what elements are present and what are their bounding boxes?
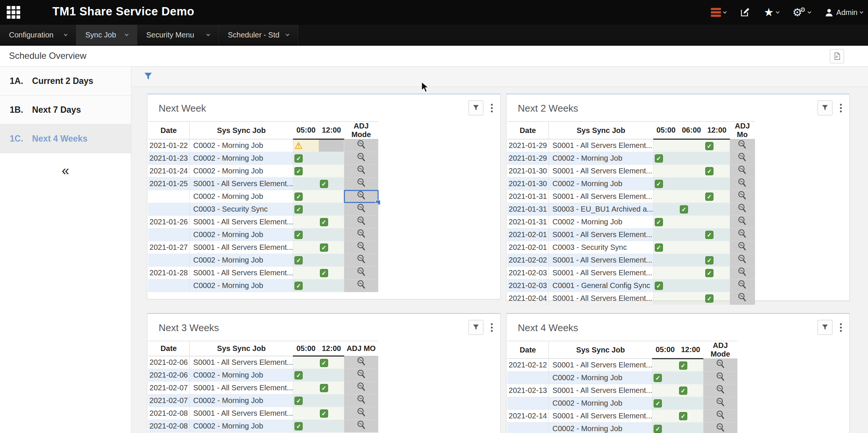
- scheduled-check-icon[interactable]: ✓: [294, 167, 303, 175]
- adj-mode-cell[interactable]: [344, 139, 378, 152]
- adj-mode-cell[interactable]: [344, 420, 378, 433]
- sidebar-collapse-icon[interactable]: «: [0, 163, 131, 179]
- scheduled-check-icon[interactable]: ✓: [294, 205, 303, 214]
- panel-filter-button[interactable]: [468, 320, 483, 335]
- user-menu[interactable]: Admin: [824, 7, 863, 17]
- scheduled-check-icon[interactable]: ✓: [654, 374, 662, 382]
- adj-mode-cell[interactable]: [703, 410, 737, 423]
- settings-gears-icon[interactable]: ⚙ ⚙: [792, 7, 811, 18]
- filter-funnel-icon[interactable]: [143, 72, 153, 83]
- sidebar-item-next-4-weeks[interactable]: 1C. Next 4 Weeks: [0, 124, 131, 153]
- sidebar-item-current-2-days[interactable]: 1A. Current 2 Days: [0, 67, 131, 96]
- panel-menu-kebab-icon[interactable]: [838, 102, 843, 114]
- scheduled-check-icon[interactable]: ✓: [320, 384, 328, 392]
- scheduled-check-icon[interactable]: ✓: [294, 422, 303, 430]
- panel-filter-button[interactable]: [817, 320, 832, 335]
- warning-icon[interactable]: ⚠: [294, 140, 303, 151]
- adj-mode-cell[interactable]: [730, 165, 755, 178]
- adj-mode-cell[interactable]: [344, 152, 378, 165]
- adj-mode-cell[interactable]: [344, 178, 378, 190]
- scheduled-check-icon[interactable]: ✓: [679, 412, 687, 420]
- adj-mode-cell[interactable]: [344, 241, 378, 254]
- scheduled-check-icon[interactable]: ✓: [654, 425, 662, 433]
- edit-icon[interactable]: [740, 7, 750, 18]
- adj-mode-cell[interactable]: [730, 190, 755, 203]
- scheduled-check-icon[interactable]: ✓: [294, 154, 303, 163]
- scheduled-check-icon[interactable]: ✓: [679, 387, 687, 395]
- adj-mode-cell[interactable]: [344, 216, 378, 228]
- adj-mode-cell[interactable]: [730, 228, 755, 241]
- scheduled-check-icon[interactable]: ✓: [294, 397, 303, 405]
- adj-mode-cell[interactable]: [344, 254, 378, 267]
- scheduled-check-icon[interactable]: ✓: [320, 180, 328, 188]
- favorites-star-icon[interactable]: ★: [764, 7, 779, 18]
- scheduled-check-icon[interactable]: ✓: [320, 218, 328, 226]
- scheduled-check-icon[interactable]: ✓: [320, 269, 328, 277]
- scheduled-check-icon[interactable]: ✓: [294, 193, 303, 201]
- adj-mode-cell[interactable]: [703, 372, 737, 384]
- server-stack-icon[interactable]: [711, 8, 726, 17]
- adj-mode-cell[interactable]: [730, 139, 755, 152]
- adj-mode-cell[interactable]: [344, 165, 378, 178]
- scheduled-check-icon[interactable]: ✓: [655, 282, 663, 290]
- panel-menu-kebab-icon[interactable]: [489, 102, 494, 114]
- adj-mode-cell[interactable]: [730, 292, 755, 305]
- panel-menu-kebab-icon[interactable]: [489, 322, 494, 333]
- adj-mode-cell[interactable]: [730, 279, 755, 292]
- adj-mode-cell[interactable]: [730, 241, 755, 254]
- scheduled-check-icon[interactable]: ✓: [294, 371, 303, 379]
- adj-mode-cell[interactable]: [730, 267, 755, 279]
- adj-mode-cell[interactable]: [344, 407, 378, 420]
- adj-mode-cell[interactable]: [344, 279, 378, 292]
- adj-mode-cell[interactable]: [344, 394, 378, 407]
- scheduled-check-icon[interactable]: ✓: [705, 269, 713, 277]
- adj-mode-cell[interactable]: [730, 203, 755, 216]
- scheduled-check-icon[interactable]: ✓: [705, 142, 713, 150]
- nav-item-sync-job[interactable]: Sync Job: [76, 25, 137, 45]
- scheduled-check-icon[interactable]: ✓: [705, 231, 713, 239]
- adjust-magnifier-icon: [356, 216, 367, 226]
- sidebar-item-next-7-days[interactable]: 1B. Next 7 Days: [0, 96, 131, 124]
- scheduled-check-icon[interactable]: ✓: [320, 243, 328, 252]
- app-grid-icon[interactable]: [7, 6, 20, 19]
- scheduled-check-icon[interactable]: ✓: [655, 154, 663, 163]
- adj-mode-cell[interactable]: [703, 423, 737, 433]
- scheduled-check-icon[interactable]: ✓: [294, 282, 303, 290]
- scheduled-check-icon[interactable]: ✓: [294, 231, 303, 239]
- adj-mode-cell[interactable]: [344, 228, 378, 241]
- adj-mode-cell[interactable]: [344, 203, 378, 216]
- adj-mode-cell[interactable]: [344, 190, 378, 203]
- scheduled-check-icon[interactable]: ✓: [680, 205, 688, 214]
- nav-item-security-menu[interactable]: Security Menu: [137, 25, 219, 45]
- scheduled-check-icon[interactable]: ✓: [320, 409, 328, 418]
- adj-mode-cell[interactable]: [703, 384, 737, 397]
- adj-mode-cell[interactable]: [344, 356, 378, 369]
- scheduled-check-icon[interactable]: ✓: [294, 256, 303, 264]
- panel-menu-kebab-icon[interactable]: [838, 322, 843, 333]
- adj-mode-cell[interactable]: [730, 152, 755, 165]
- scheduled-check-icon[interactable]: ✓: [655, 243, 663, 252]
- nav-item-scheduler-std[interactable]: Scheduler - Std: [219, 25, 298, 45]
- scheduled-check-icon[interactable]: ✓: [705, 256, 713, 264]
- adj-mode-cell[interactable]: [703, 397, 737, 410]
- scheduled-check-icon[interactable]: ✓: [654, 399, 662, 408]
- nav-item-configuration[interactable]: Configuration: [0, 25, 76, 45]
- adj-mode-cell[interactable]: [344, 382, 378, 394]
- adj-mode-cell[interactable]: [703, 359, 737, 372]
- scheduled-check-icon[interactable]: ✓: [679, 361, 687, 370]
- scheduled-check-icon[interactable]: ✓: [705, 193, 713, 201]
- panel-filter-button[interactable]: [817, 100, 832, 115]
- panel-filter-button[interactable]: [468, 100, 483, 115]
- scheduled-check-icon[interactable]: ✓: [705, 294, 713, 303]
- adj-mode-cell[interactable]: [344, 369, 378, 382]
- export-document-button[interactable]: P: [830, 49, 844, 63]
- scheduled-check-icon[interactable]: ✓: [705, 167, 713, 175]
- scheduled-check-icon[interactable]: ✓: [320, 359, 328, 367]
- adj-mode-cell[interactable]: [730, 216, 755, 228]
- table-row: 2021-01-24C0002 - Morning Job✓: [148, 165, 378, 178]
- adj-mode-cell[interactable]: [730, 178, 755, 190]
- scheduled-check-icon[interactable]: ✓: [655, 218, 663, 226]
- adj-mode-cell[interactable]: [344, 267, 378, 279]
- adj-mode-cell[interactable]: [730, 254, 755, 267]
- scheduled-check-icon[interactable]: ✓: [655, 180, 663, 188]
